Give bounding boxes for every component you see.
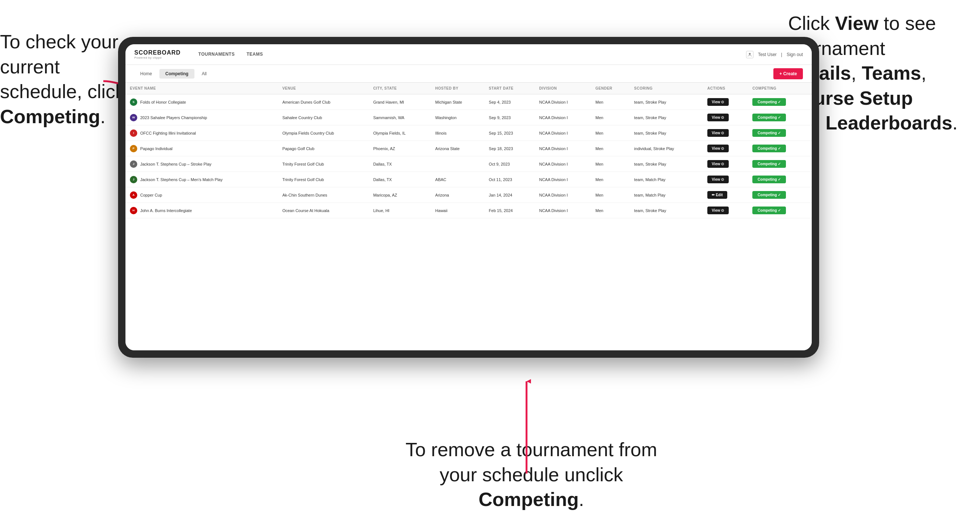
start-date-cell: Oct 9, 2023 (484, 156, 535, 172)
city-cell: Sammamish, WA (369, 110, 431, 125)
table-row: A Copper Cup Ak-Chin Southern DunesMaric… (126, 187, 812, 203)
event-name-cell: I OFCC Fighting Illini Invitational (126, 125, 278, 141)
city-cell: Dallas, TX (369, 172, 431, 187)
actions-cell: View ⊙ (703, 94, 748, 110)
actions-cell: View ⊙ (703, 172, 748, 187)
view-button[interactable]: View ⊙ (707, 176, 729, 183)
competing-button[interactable]: Competing ✓ (752, 176, 786, 183)
competing-cell: Competing ✓ (748, 125, 812, 141)
team-logo: I (130, 129, 137, 137)
scoring-cell: individual, Stroke Play (630, 141, 703, 156)
division-cell: NCAA Division I (535, 94, 591, 110)
event-name: Jackson T. Stephens Cup – Stroke Play (140, 162, 212, 166)
actions-cell: View ⊙ (703, 156, 748, 172)
hosted-by-cell (431, 156, 484, 172)
col-scoring: SCORING (630, 83, 703, 94)
actions-cell: View ⊙ (703, 125, 748, 141)
start-date-cell: Sep 18, 2023 (484, 141, 535, 156)
view-button[interactable]: View ⊙ (707, 206, 729, 214)
separator: | (781, 52, 782, 57)
competing-button[interactable]: Competing ✓ (752, 206, 786, 214)
view-button[interactable]: View ⊙ (707, 114, 729, 121)
tab-competing[interactable]: Competing (159, 69, 194, 79)
scoring-cell: team, Match Play (630, 187, 703, 203)
hosted-by-cell: Illinois (431, 125, 484, 141)
nav-tournaments[interactable]: TOURNAMENTS (192, 44, 241, 65)
actions-cell: View ⊙ (703, 110, 748, 125)
gender-cell: Men (591, 156, 630, 172)
venue-cell: Olympia Fields Country Club (278, 125, 369, 141)
competing-button[interactable]: Competing ✓ (752, 191, 786, 199)
competing-cell: Competing ✓ (748, 110, 812, 125)
col-city-state: CITY, STATE (369, 83, 431, 94)
view-button[interactable]: View ⊙ (707, 98, 729, 106)
division-cell: NCAA Division I (535, 141, 591, 156)
division-cell: NCAA Division I (535, 156, 591, 172)
view-button[interactable]: View ⊙ (707, 129, 729, 137)
user-icon (746, 51, 753, 58)
table-row: J Jackson T. Stephens Cup – Men's Match … (126, 172, 812, 187)
event-name: Copper Cup (140, 193, 162, 197)
scoreboard-title: SCOREBOARD (134, 49, 181, 56)
event-name: Folds of Honor Collegiate (140, 100, 186, 104)
tab-all[interactable]: All (196, 69, 213, 79)
gender-cell: Men (591, 172, 630, 187)
view-button[interactable]: View ⊙ (707, 160, 729, 168)
col-hosted-by: HOSTED BY (431, 83, 484, 94)
actions-cell: View ⊙ (703, 203, 748, 218)
competing-button[interactable]: Competing ✓ (752, 98, 786, 106)
edit-button[interactable]: ✏ Edit (707, 191, 727, 199)
event-name-cell: P Papago Individual (126, 141, 278, 156)
city-cell: Maricopa, AZ (369, 187, 431, 203)
col-division: DIVISION (535, 83, 591, 94)
city-cell: Olympia Fields, IL (369, 125, 431, 141)
venue-cell: Ocean Course At Hokuala (278, 203, 369, 218)
tournaments-table: EVENT NAME VENUE CITY, STATE HOSTED BY S… (126, 83, 812, 218)
view-button[interactable]: View ⊙ (707, 144, 729, 152)
scoring-cell: team, Stroke Play (630, 125, 703, 141)
competing-button[interactable]: Competing ✓ (752, 144, 786, 152)
event-name: Papago Individual (140, 146, 172, 151)
table-area: EVENT NAME VENUE CITY, STATE HOSTED BY S… (126, 83, 812, 350)
event-name-cell: A Copper Cup (126, 187, 278, 203)
scoring-cell: team, Match Play (630, 172, 703, 187)
sign-out-link[interactable]: Sign out (787, 52, 803, 57)
hosted-by-cell: Arizona (431, 187, 484, 203)
competing-cell: Competing ✓ (748, 141, 812, 156)
table-header: EVENT NAME VENUE CITY, STATE HOSTED BY S… (126, 83, 812, 94)
annotation-bottom: To remove a tournament from your schedul… (387, 437, 675, 512)
scoring-cell: team, Stroke Play (630, 203, 703, 218)
team-logo: P (130, 145, 137, 152)
city-cell: Lihue, HI (369, 203, 431, 218)
hosted-by-cell: ABAC (431, 172, 484, 187)
table-row: H John A. Burns Intercollegiate Ocean Co… (126, 203, 812, 218)
start-date-cell: Sep 9, 2023 (484, 110, 535, 125)
city-cell: Dallas, TX (369, 156, 431, 172)
col-start-date: START DATE (484, 83, 535, 94)
city-cell: Grand Haven, MI (369, 94, 431, 110)
division-cell: NCAA Division I (535, 110, 591, 125)
venue-cell: Trinity Forest Golf Club (278, 172, 369, 187)
event-name-cell: H John A. Burns Intercollegiate (126, 203, 278, 218)
venue-cell: Trinity Forest Golf Club (278, 156, 369, 172)
start-date-cell: Sep 15, 2023 (484, 125, 535, 141)
competing-cell: Competing ✓ (748, 94, 812, 110)
actions-cell: ✏ Edit (703, 187, 748, 203)
table-row: S Folds of Honor Collegiate American Dun… (126, 94, 812, 110)
competing-button[interactable]: Competing ✓ (752, 129, 786, 137)
col-competing: COMPETING (748, 83, 812, 94)
scoreboard-subtitle: Powered by clippd (134, 56, 181, 59)
start-date-cell: Sep 4, 2023 (484, 94, 535, 110)
competing-button[interactable]: Competing ✓ (752, 114, 786, 121)
competing-button[interactable]: Competing ✓ (752, 160, 786, 168)
create-button[interactable]: + Create (773, 68, 803, 79)
competing-cell: Competing ✓ (748, 203, 812, 218)
col-gender: GENDER (591, 83, 630, 94)
nav-teams[interactable]: TEAMS (240, 44, 269, 65)
scoring-cell: team, Stroke Play (630, 94, 703, 110)
scoring-cell: team, Stroke Play (630, 110, 703, 125)
table-row: W 2023 Sahalee Players Championship Saha… (126, 110, 812, 125)
tab-home[interactable]: Home (134, 69, 158, 79)
competing-cell: Competing ✓ (748, 172, 812, 187)
hosted-by-cell: Hawaii (431, 203, 484, 218)
